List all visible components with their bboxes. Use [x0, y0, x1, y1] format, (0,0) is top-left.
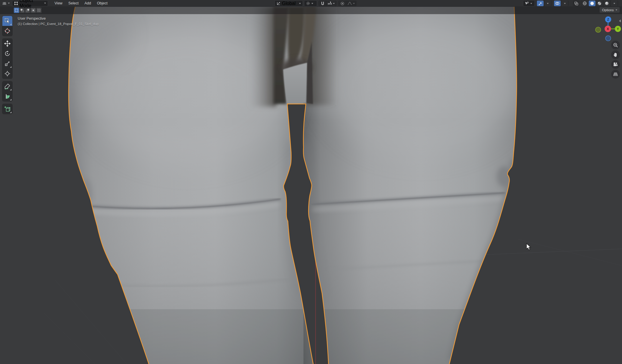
proportional-falloff-dropdown[interactable]	[346, 1, 356, 6]
gizmo-axis-z[interactable]: Z	[605, 16, 611, 23]
svg-text:X: X	[607, 27, 609, 31]
shading-material-button[interactable]	[596, 1, 603, 6]
mesh-center-pieces	[273, 6, 316, 104]
pan-button[interactable]	[611, 50, 620, 59]
sidebar-toggle[interactable]	[618, 19, 621, 23]
tool-3d-cursor[interactable]	[2, 26, 12, 36]
chevron-down-icon	[564, 3, 566, 4]
wireframe-shading-icon	[583, 1, 587, 6]
viewport-info-overlay: User Perspective (1) Collection | PC_Eve…	[18, 16, 99, 26]
chevron-down-icon	[299, 3, 301, 4]
navigation-gizmo[interactable]: Z Y X	[589, 12, 622, 44]
gizmos-dropdown[interactable]	[544, 1, 551, 6]
mouse-cursor	[526, 243, 533, 251]
gizmo-axis-y[interactable]: Y	[615, 26, 621, 32]
proportional-editing-toggle[interactable]	[339, 1, 346, 6]
material-shading-icon	[597, 1, 602, 6]
tool-scale[interactable]	[2, 59, 12, 69]
tool-settings-bar: Options	[0, 6, 622, 14]
proportional-editing-icon	[340, 1, 344, 6]
editor-type-selector[interactable]	[0, 0, 10, 6]
view-perspective-label: User Perspective	[18, 16, 99, 21]
overlays-toggle[interactable]	[554, 1, 561, 6]
shading-solid-button[interactable]	[589, 1, 595, 6]
tool-move[interactable]	[2, 39, 12, 49]
overlays-dropdown[interactable]	[561, 1, 568, 6]
gizmo-axis-neg-z[interactable]	[605, 36, 611, 41]
select-mode-set[interactable]	[14, 8, 19, 13]
snap-target-dropdown[interactable]	[326, 1, 336, 6]
menu-object[interactable]: Object	[94, 0, 110, 6]
overlays-toggle-icon	[555, 1, 560, 5]
falloff-curve-icon	[347, 1, 352, 5]
active-object-label: (1) Collection | PC_Event_18_Popori_F_01…	[18, 22, 99, 26]
zoom-button[interactable]	[611, 41, 620, 49]
xray-toggle[interactable]	[573, 1, 580, 6]
subtool-indicator	[10, 24, 11, 25]
perspective-toggle-button[interactable]	[611, 70, 620, 79]
blender-window: Object Mode View Select Add Object Globa…	[0, 0, 622, 364]
chevron-down-icon	[353, 3, 355, 4]
menu-view[interactable]: View	[52, 0, 65, 6]
shading-wireframe-button[interactable]	[581, 1, 588, 6]
chevron-down-icon	[311, 3, 313, 4]
viewport-editor-icon	[2, 1, 7, 6]
chevron-down-icon	[44, 3, 46, 4]
options-label: Options	[602, 8, 614, 12]
camera-view-button[interactable]	[611, 60, 620, 69]
rendered-shading-icon	[605, 1, 609, 6]
camera-view-icon	[613, 62, 618, 67]
tool-measure[interactable]	[2, 91, 12, 101]
gizmo-axis-x[interactable]: X	[605, 26, 611, 32]
viewport-header: Object Mode View Select Add Object Globa…	[0, 0, 622, 7]
snap-target-icon	[328, 1, 332, 5]
viewport-nav-buttons	[611, 41, 620, 80]
orientation-label: Global	[282, 1, 298, 6]
tool-transform[interactable]	[2, 69, 12, 79]
toolbar	[2, 16, 12, 117]
gizmos-toggle[interactable]	[537, 1, 544, 6]
menu-add[interactable]: Add	[82, 0, 94, 6]
chevron-down-icon	[547, 3, 549, 4]
pivot-point-icon	[306, 1, 310, 5]
solid-shading-icon	[590, 1, 594, 6]
xray-toggle-icon	[574, 1, 578, 6]
mode-label: Object Mode	[19, 0, 43, 9]
chevron-down-icon	[613, 3, 615, 4]
tool-add-cube[interactable]	[2, 104, 12, 114]
svg-text:Z: Z	[607, 18, 609, 21]
subtool-indicator	[10, 89, 11, 90]
subtool-indicator	[10, 66, 11, 68]
pan-hand-icon	[613, 52, 618, 57]
tool-select-box[interactable]	[2, 16, 12, 26]
subtool-indicator	[10, 112, 11, 113]
tool-annotate[interactable]	[2, 81, 12, 91]
subtool-indicator	[10, 99, 11, 100]
tool-rotate[interactable]	[2, 49, 12, 59]
shading-rendered-button[interactable]	[603, 1, 610, 6]
svg-text:Y: Y	[617, 27, 619, 31]
shading-dropdown[interactable]	[611, 1, 618, 6]
chevron-down-icon	[333, 3, 335, 4]
menu-select[interactable]: Select	[65, 0, 82, 6]
snap-toggle[interactable]	[319, 1, 326, 6]
transform-orientation-dropdown[interactable]: Global	[275, 0, 303, 6]
gizmo-toggle-icon	[538, 1, 542, 6]
transform-orientation-icon	[277, 1, 281, 5]
chevron-down-icon	[530, 3, 532, 4]
pivot-point-dropdown[interactable]	[304, 0, 317, 6]
object-mode-icon	[14, 1, 18, 5]
zoom-icon	[613, 42, 618, 48]
visibility-filter-dropdown[interactable]	[523, 0, 535, 6]
mode-dropdown[interactable]: Object Mode	[12, 0, 48, 6]
chevron-down-icon	[616, 9, 617, 11]
visibility-filter-icon	[524, 1, 529, 5]
perspective-grid-icon	[613, 72, 618, 77]
gizmo-axis-neg-y[interactable]	[595, 27, 601, 32]
viewport-canvas[interactable]	[0, 0, 622, 364]
snap-magnet-icon	[321, 1, 325, 6]
chevron-down-icon	[8, 3, 10, 4]
